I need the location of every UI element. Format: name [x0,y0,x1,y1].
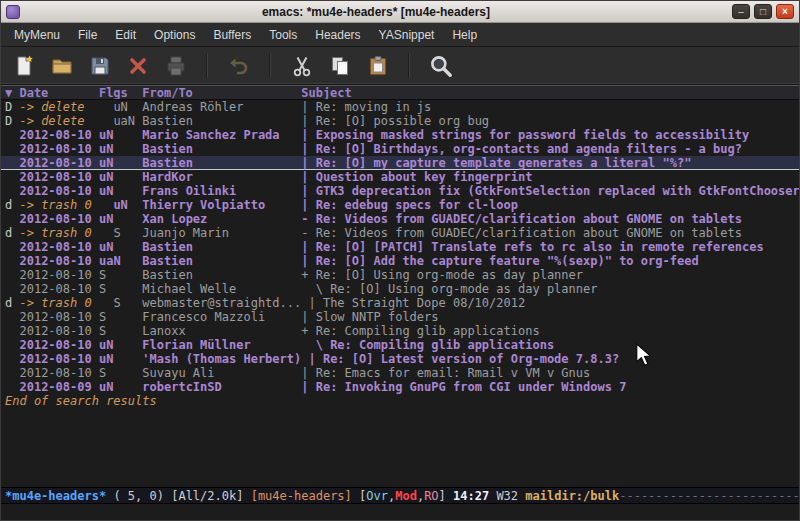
message-date: 2012-08-10 [19,170,98,184]
menu-item-options[interactable]: Options [145,24,204,46]
message-mark [5,338,19,352]
message-row[interactable]: 2012-08-10 uN Bastien | Re: [O] Birthday… [1,142,799,156]
message-row[interactable]: 2012-08-10 S Francesco Mazzoli | Slow NN… [1,310,799,324]
message-row[interactable]: 2012-08-10 uN Bastien | Re: [O] [PATCH] … [1,240,799,254]
modeline-segment: RO [424,489,438,503]
close-button-icon[interactable]: × [776,4,794,19]
message-mark [5,366,19,380]
message-mark [5,156,19,170]
message-flags: S [99,268,142,282]
search-icon[interactable] [426,51,455,80]
message-row[interactable]: 2012-08-10 uN 'Mash (Thomas Herbert) | R… [1,352,799,366]
message-row[interactable]: 2012-08-10 S Suvayu Ali | Re: Emacs for … [1,366,799,380]
message-flags: uN [99,170,142,184]
maximize-button-icon[interactable]: □ [754,4,772,19]
cut-icon[interactable] [287,51,316,80]
emacs-app-icon [6,5,20,19]
menu-item-buffers[interactable]: Buffers [204,24,260,46]
message-row[interactable]: D -> delete uN Andreas Röhler | Re: movi… [1,100,799,114]
message-row[interactable]: d -> trash 0 uN Thierry Volpiatto | Re: … [1,198,799,212]
message-mark [5,268,19,282]
message-row[interactable]: 2012-08-10 uN Florian Müllner \ Re: Comp… [1,338,799,352]
message-date: 2012-08-10 [19,212,98,226]
message-flags: S [99,366,142,380]
message-row[interactable]: 2012-08-10 uaN Bastien | Re: [O] Add the… [1,254,799,268]
message-flags: uN [99,128,142,142]
message-from: Suvayu Ali [142,366,301,380]
message-from: Francesco Mazzoli [142,310,301,324]
kill-buffer-icon[interactable] [123,51,152,80]
modeline-segment: Ovr [366,489,388,503]
message-subject: | Re: [O] Latest version of Org-mode 7.8… [308,352,619,366]
message-mark: d [5,296,19,310]
new-file-icon[interactable] [9,51,38,80]
message-from: 'Mash (Thomas Herbert) [142,352,308,366]
save-icon[interactable] [85,51,114,80]
message-date: 2012-08-10 [19,156,98,170]
modeline-segment: ----------------------------------------… [619,489,799,503]
message-mark: d [5,198,19,212]
message-from: Thierry Volpiatto [142,198,301,212]
message-mark [5,142,19,156]
message-subject: | Re: [O] Birthdays, org-contacts and ag… [301,142,742,156]
message-mark: D [5,100,19,114]
modeline-segment: [mu4e-headers] [251,489,359,503]
menu-item-yasnippet[interactable]: YASnippet [370,24,444,46]
message-flags: S [99,324,142,338]
message-date: 2012-08-10 [19,338,98,352]
message-from: Bastien [142,156,301,170]
message-row[interactable]: 2012-08-10 S Bastien + Re: [O] Using org… [1,268,799,282]
message-from: Xan Lopez [142,212,301,226]
message-subject: | Slow NNTP folders [301,310,438,324]
message-mark: D [5,114,19,128]
menu-item-file[interactable]: File [69,24,106,46]
message-row[interactable]: 2012-08-10 S Lanoxx + Re: Compiling glib… [1,324,799,338]
message-from: Florian Müllner [142,338,301,352]
message-mark [5,170,19,184]
message-subject: + Re: Compiling glib applications [301,324,539,338]
menu-item-mymenu[interactable]: MyMenu [5,24,69,46]
message-row[interactable]: d -> trash 0 S webmaster@straightd... | … [1,296,799,310]
message-from: Bastien [142,268,301,282]
menu-item-edit[interactable]: Edit [106,24,145,46]
message-row[interactable]: 2012-08-10 uN Xan Lopez - Re: Videos fro… [1,212,799,226]
minimize-button-icon[interactable]: – [732,4,750,19]
message-subject: | Exposing masked strings for password f… [301,128,749,142]
window-controls: –□× [732,4,794,19]
message-flags: uN [99,380,142,394]
echo-area [1,504,799,520]
modeline-segment: W32 [489,489,525,503]
message-from: Bastien [142,114,301,128]
message-from: Mario Sanchez Prada [142,128,301,142]
message-mark [5,128,19,142]
message-subject: | Re: [O] my capture template generates … [301,156,691,170]
message-row[interactable]: 2012-08-10 uN HardKor | Question about k… [1,170,799,184]
open-file-icon[interactable] [47,51,76,80]
message-row[interactable]: 2012-08-10 uN Bastien | Re: [O] my captu… [1,156,799,170]
message-date: 2012-08-10 [19,240,98,254]
message-row[interactable]: 2012-08-09 uN robertcInSD | Re: Invoking… [1,380,799,394]
menu-item-tools[interactable]: Tools [260,24,306,46]
message-from: Michael Welle [142,282,301,296]
message-flags: uN [113,198,142,212]
message-row[interactable]: D -> delete uaN Bastien | Re: [O] possib… [1,114,799,128]
message-from: Juanjo Marin [142,226,301,240]
paste-icon[interactable] [363,51,392,80]
message-from: Frans Oilinki [142,184,301,198]
message-row[interactable]: d -> trash 0 S Juanjo Marin - Re: Videos… [1,226,799,240]
message-mark [5,324,19,338]
message-subject: + Re: [O] Using org-mode as day planner [301,268,583,282]
menu-item-headers[interactable]: Headers [306,24,369,46]
window-title: emacs: *mu4e-headers* [mu4e-headers] [26,5,726,19]
message-date: 2012-08-10 [19,128,98,142]
menu-item-help[interactable]: Help [443,24,486,46]
message-row[interactable]: 2012-08-10 uN Frans Oilinki | GTK3 depre… [1,184,799,198]
modeline-segment: ( 5, 0) [106,489,171,503]
message-from: webmaster@straightd... [142,296,308,310]
message-row[interactable]: 2012-08-10 uN Mario Sanchez Prada | Expo… [1,128,799,142]
copy-icon[interactable] [325,51,354,80]
message-flags: S [99,282,142,296]
message-row[interactable]: 2012-08-10 S Michael Welle \ Re: [O] Usi… [1,282,799,296]
message-from: Bastien [142,240,301,254]
modeline-segment: [All/2.0k] [171,489,250,503]
